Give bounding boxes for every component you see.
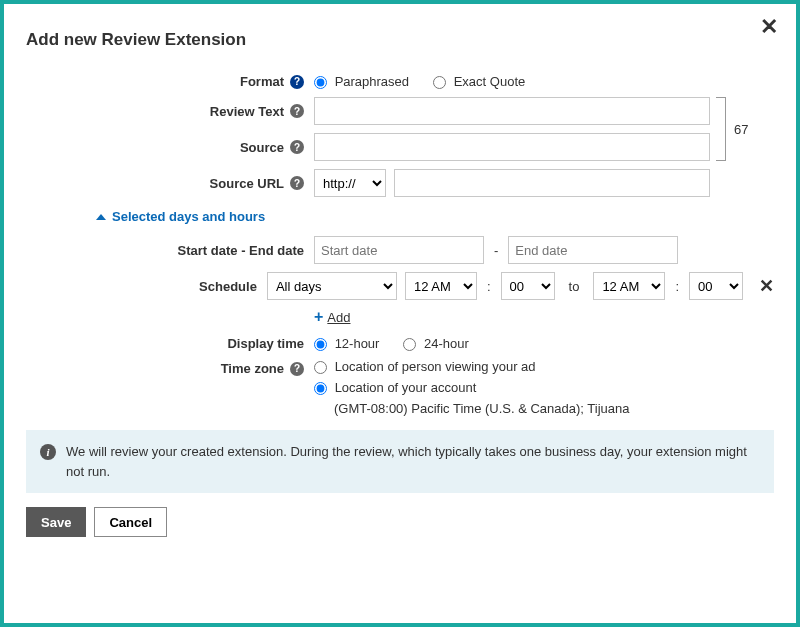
tz-viewer-option[interactable]: Location of person viewing your ad xyxy=(314,359,630,374)
info-icon: i xyxy=(40,444,56,460)
dialog-title: Add new Review Extension xyxy=(26,30,774,50)
schedule-end-min-select[interactable]: 00 xyxy=(689,272,743,300)
help-icon[interactable]: ? xyxy=(290,75,304,89)
time-zone-row: Time zone ? Location of person viewing y… xyxy=(26,359,774,416)
date-separator: - xyxy=(494,243,498,258)
source-label: Source xyxy=(240,140,284,155)
plus-icon: + xyxy=(314,308,323,326)
help-icon[interactable]: ? xyxy=(290,140,304,154)
format-exact-quote-option[interactable]: Exact Quote xyxy=(433,74,525,89)
selected-days-hours-toggle[interactable]: Selected days and hours xyxy=(96,209,774,224)
display-time-24h-radio[interactable] xyxy=(403,338,416,351)
schedule-label: Schedule xyxy=(199,279,257,294)
schedule-row: Schedule All days 12 AM : 00 to 12 AM : … xyxy=(26,272,774,300)
help-icon[interactable]: ? xyxy=(290,176,304,190)
remove-schedule-icon[interactable]: ✕ xyxy=(759,275,774,297)
review-text-input[interactable] xyxy=(314,97,710,125)
source-url-label: Source URL xyxy=(210,176,284,191)
display-time-label: Display time xyxy=(227,336,304,351)
display-time-12h-option[interactable]: 12-hour xyxy=(314,336,379,351)
time-zone-label: Time zone xyxy=(221,361,284,376)
schedule-start-hour-select[interactable]: 12 AM xyxy=(405,272,477,300)
tz-account-radio[interactable] xyxy=(314,382,327,395)
tz-account-option[interactable]: Location of your account xyxy=(314,380,630,395)
close-icon[interactable]: ✕ xyxy=(760,16,778,38)
schedule-to-text: to xyxy=(569,279,580,294)
display-time-row: Display time 12-hour 24-hour xyxy=(26,336,774,351)
date-range-row: Start date - End date - xyxy=(26,236,774,264)
tz-viewer-radio[interactable] xyxy=(314,361,327,374)
format-paraphrased-radio[interactable] xyxy=(314,76,327,89)
source-input[interactable] xyxy=(314,133,710,161)
review-text-source-group: Review Text ? Source ? 67 xyxy=(26,97,774,161)
schedule-end-hour-select[interactable]: 12 AM xyxy=(593,272,665,300)
info-banner: i We will review your created extension.… xyxy=(26,430,774,493)
help-icon[interactable]: ? xyxy=(290,104,304,118)
char-counter: 67 xyxy=(734,122,748,137)
source-url-row: Source URL ? http:// xyxy=(26,169,774,197)
protocol-select[interactable]: http:// xyxy=(314,169,386,197)
start-end-label: Start date - End date xyxy=(178,243,304,258)
tz-account-detail: (GMT-08:00) Pacific Time (U.S. & Canada)… xyxy=(334,401,630,416)
display-time-24h-option[interactable]: 24-hour xyxy=(403,336,468,351)
schedule-start-min-select[interactable]: 00 xyxy=(501,272,555,300)
help-icon[interactable]: ? xyxy=(290,362,304,376)
source-url-input[interactable] xyxy=(394,169,710,197)
cancel-button[interactable]: Cancel xyxy=(94,507,167,537)
chevron-up-icon xyxy=(96,214,106,220)
add-review-extension-dialog: ✕ Add new Review Extension Format ? Para… xyxy=(0,0,800,627)
bracket-decoration xyxy=(716,97,726,161)
end-date-input[interactable] xyxy=(508,236,678,264)
start-date-input[interactable] xyxy=(314,236,484,264)
format-paraphrased-option[interactable]: Paraphrased xyxy=(314,74,409,89)
review-text-label: Review Text xyxy=(210,104,284,119)
schedule-days-select[interactable]: All days xyxy=(267,272,397,300)
info-text: We will review your created extension. D… xyxy=(66,442,760,481)
display-time-12h-radio[interactable] xyxy=(314,338,327,351)
add-schedule-link[interactable]: + Add xyxy=(314,308,774,326)
format-exact-quote-radio[interactable] xyxy=(433,76,446,89)
format-row: Format ? Paraphrased Exact Quote xyxy=(26,74,774,89)
format-label: Format xyxy=(240,74,284,89)
save-button[interactable]: Save xyxy=(26,507,86,537)
